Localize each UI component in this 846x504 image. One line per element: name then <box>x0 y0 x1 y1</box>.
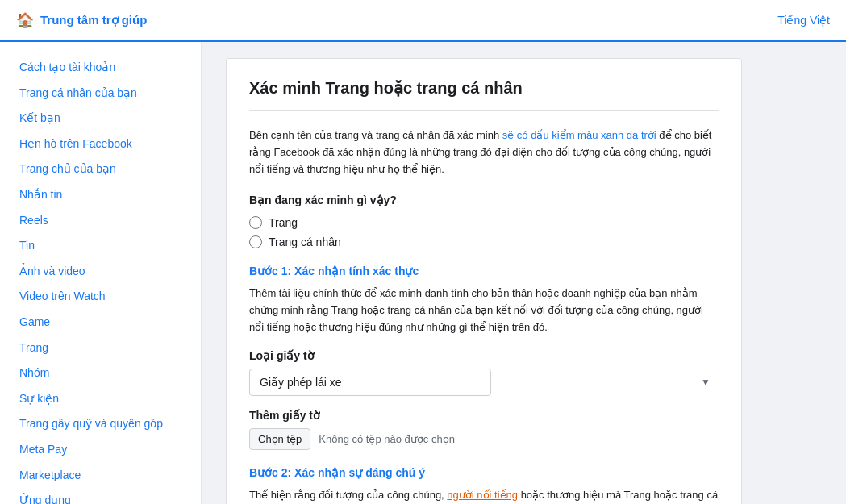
sidebar-item-11[interactable]: Trang <box>13 335 201 361</box>
sidebar-item-13[interactable]: Sự kiện <box>13 386 201 412</box>
add-doc-label: Thêm giấy tờ <box>249 409 719 422</box>
home-icon: 🏠 <box>16 11 34 29</box>
step1-label: Bước 1: Xác nhận tính xác thực <box>249 264 719 277</box>
sidebar-item-4[interactable]: Trang chủ của bạn <box>13 156 201 182</box>
sidebar-item-0[interactable]: Cách tạo tài khoản <box>13 55 201 81</box>
sidebar-item-3[interactable]: Hẹn hò trên Facebook <box>13 131 201 157</box>
sidebar-item-17[interactable]: Ứng dụng <box>13 488 201 504</box>
sidebar-item-15[interactable]: Meta Pay <box>13 437 201 463</box>
file-upload-row: Chọn tệp Không có tệp nào được chọn <box>249 428 719 450</box>
page-title: Xác minh Trang hoặc trang cá nhân <box>249 78 719 111</box>
chevron-down-icon: ▼ <box>701 377 711 388</box>
verification-question: Bạn đang xác minh gì vậy? <box>249 194 719 206</box>
sidebar-item-10[interactable]: Game <box>13 310 201 335</box>
doc-type-select[interactable]: Giấy phép lái xe CMND/CCCD Hộ chiếu <box>249 369 491 396</box>
sidebar-item-2[interactable]: Kết bạn <box>13 106 201 131</box>
step1-description: Thêm tài liệu chính thức để xác minh dan… <box>249 285 719 335</box>
header-brand: 🏠 Trung tâm trợ giúp <box>16 11 147 29</box>
sidebar-item-14[interactable]: Trang gây quỹ và quyên góp <box>13 411 201 437</box>
sidebar-item-marketplace[interactable]: Marketplace <box>13 463 201 489</box>
step2-label: Bước 2: Xác nhận sự đáng chú ý <box>249 466 719 479</box>
doc-type-select-wrapper: Giấy phép lái xe CMND/CCCD Hộ chiếu ▼ <box>249 369 719 396</box>
intro-text-part1: Bên cạnh tên của trang và trang cá nhân … <box>249 129 502 141</box>
step2-highlight1[interactable]: người nổi tiếng <box>447 489 518 501</box>
radio-group: Trang Trang cá nhân <box>249 216 719 248</box>
radio-personal[interactable]: Trang cá nhân <box>249 235 719 248</box>
step2-desc-part1: Thể hiện rằng đối tượng của công chúng, <box>249 489 447 501</box>
sidebar-item-12[interactable]: Nhóm <box>13 360 201 386</box>
sidebar-item-6[interactable]: Reels <box>13 208 201 234</box>
intro-paragraph: Bên cạnh tên của trang và trang cá nhân … <box>249 127 719 177</box>
main-content: Xác minh Trang hoặc trang cá nhân Bên cạ… <box>202 42 846 504</box>
content-card: Xác minh Trang hoặc trang cá nhân Bên cạ… <box>226 58 742 504</box>
step2-description: Thể hiện rằng đối tượng của công chúng, … <box>249 487 719 504</box>
language-selector[interactable]: Tiếng Việt <box>777 14 830 27</box>
sidebar-item-5[interactable]: Nhắn tin <box>13 182 201 208</box>
radio-personal-input[interactable] <box>249 235 262 248</box>
sidebar: Cách tạo tài khoản Trang cá nhân của bạn… <box>0 42 202 504</box>
sidebar-item-7[interactable]: Tin <box>13 233 201 259</box>
radio-page-label: Trang <box>269 216 298 229</box>
choose-file-button[interactable]: Chọn tệp <box>249 428 310 450</box>
radio-page-input[interactable] <box>249 216 262 229</box>
sidebar-item-8[interactable]: Ảnh và video <box>13 259 201 285</box>
no-file-text: Không có tệp nào được chọn <box>319 433 455 445</box>
sidebar-item-9[interactable]: Video trên Watch <box>13 284 201 310</box>
sidebar-item-1[interactable]: Trang cá nhân của bạn <box>13 81 201 106</box>
radio-page[interactable]: Trang <box>249 216 719 229</box>
doc-type-label: Loại giấy tờ <box>249 349 719 362</box>
intro-link[interactable]: sẽ có dấu kiểm màu xanh da trời <box>502 129 656 141</box>
header-title: Trung tâm trợ giúp <box>40 13 147 27</box>
radio-personal-label: Trang cá nhân <box>269 235 341 248</box>
